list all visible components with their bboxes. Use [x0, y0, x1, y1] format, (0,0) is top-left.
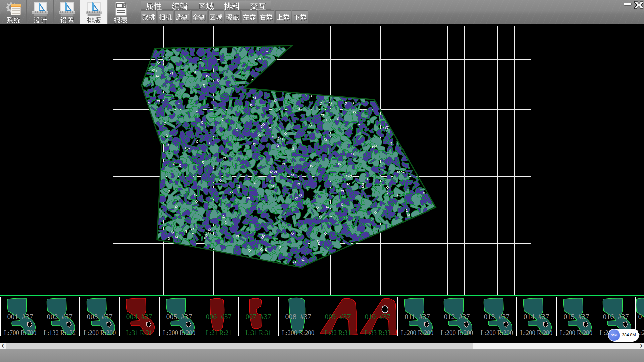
svg-text:015_#37: 015_#37	[563, 312, 589, 321]
svg-text:011_#37: 011_#37	[405, 312, 430, 321]
svg-text:L:31 R:31: L:31 R:31	[246, 329, 272, 336]
svg-text:L:200 R:200: L:200 R:200	[282, 329, 315, 336]
svg-text:002_#37: 002_#37	[47, 312, 73, 321]
svg-text:007_#37: 007_#37	[246, 312, 271, 321]
svg-text:0: 0	[638, 312, 642, 321]
svg-text:009_#37: 009_#37	[325, 312, 351, 321]
svg-text:013_#37: 013_#37	[484, 312, 509, 321]
svg-text:005_#37: 005_#37	[166, 312, 192, 321]
svg-text:014_#37: 014_#37	[524, 312, 549, 321]
svg-text:008_#37: 008_#37	[285, 312, 311, 321]
svg-text:L:200 R:200: L:200 R:200	[441, 329, 473, 336]
svg-text:004_#37: 004_#37	[126, 312, 152, 321]
svg-text:L:200 R:200: L:200 R:200	[84, 329, 116, 336]
svg-text:006_#37: 006_#37	[206, 312, 232, 321]
svg-text:L:21 R:21: L:21 R:21	[206, 329, 232, 336]
svg-text:L:32 R:31: L:32 R:31	[325, 329, 351, 336]
svg-text:012_#37: 012_#37	[444, 312, 470, 321]
svg-text:L:132 R:132: L:132 R:132	[44, 329, 76, 336]
svg-text:L:700 R:700: L:700 R:700	[4, 329, 37, 336]
svg-text:L:31 R:31: L:31 R:31	[126, 329, 152, 336]
svg-text:L:200 R:200: L:200 R:200	[401, 329, 434, 336]
svg-text:L:33 R:33: L:33 R:33	[365, 329, 391, 336]
svg-text:016_#37: 016_#37	[603, 312, 629, 321]
svg-text:003_#37: 003_#37	[87, 312, 112, 321]
svg-text:L:200 R:200: L:200 R:200	[560, 329, 592, 336]
svg-text:010_#37: 010_#37	[365, 312, 390, 321]
svg-text:001_#37: 001_#37	[7, 312, 33, 321]
svg-text:L:200 R:200: L:200 R:200	[481, 329, 513, 336]
svg-text:L:200 R:200: L:200 R:200	[163, 329, 195, 336]
svg-text:L:200 R:200: L:200 R:200	[520, 329, 553, 336]
